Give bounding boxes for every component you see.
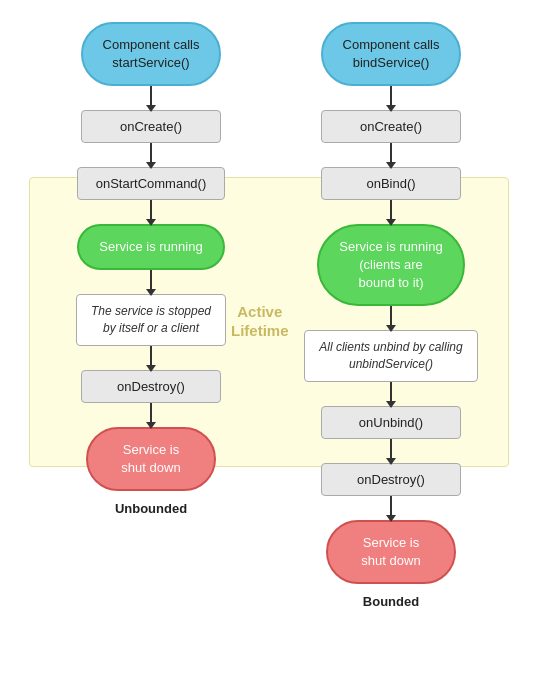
arrow-5-left xyxy=(150,346,152,366)
shut-down-left: Service is shut down xyxy=(86,427,216,491)
onbind: onBind() xyxy=(321,167,461,200)
arrow-3-right xyxy=(390,200,392,220)
service-running-left: Service is running xyxy=(77,224,224,270)
oncreate-right: onCreate() xyxy=(321,110,461,143)
arrow-6-left xyxy=(150,403,152,423)
arrow-7-right xyxy=(390,496,392,516)
oncreate-left: onCreate() xyxy=(81,110,221,143)
arrow-3-left xyxy=(150,200,152,220)
unbind-box: All clients unbind by calling unbindServ… xyxy=(304,330,477,382)
onunbind: onUnbind() xyxy=(321,406,461,439)
start-service-oval: Component calls startService() xyxy=(81,22,222,86)
arrow-1-right xyxy=(390,86,392,106)
service-running-right: Service is running (clients are bound to… xyxy=(317,224,464,307)
onstartcommand: onStartCommand() xyxy=(77,167,226,200)
arrow-6-right xyxy=(390,439,392,459)
service-stopped-box: The service is stopped by itself or a cl… xyxy=(76,294,226,346)
arrow-4-right xyxy=(390,306,392,326)
unbounded-label: Unbounded xyxy=(115,501,187,516)
arrow-1-left xyxy=(150,86,152,106)
ondestroy-right: onDestroy() xyxy=(321,463,461,496)
ondestroy-left: onDestroy() xyxy=(81,370,221,403)
arrow-2-left xyxy=(150,143,152,163)
shut-down-right: Service is shut down xyxy=(326,520,456,584)
arrow-5-right xyxy=(390,382,392,402)
arrow-4-left xyxy=(150,270,152,290)
arrow-2-right xyxy=(390,143,392,163)
unbounded-column: Component calls startService() onCreate(… xyxy=(46,22,256,652)
bind-service-oval: Component calls bindService() xyxy=(321,22,462,86)
bounded-label: Bounded xyxy=(363,594,419,609)
diagram-container: ActiveLifetime Component calls startServ… xyxy=(11,12,531,662)
bounded-column: Component calls bindService() onCreate()… xyxy=(286,22,496,652)
